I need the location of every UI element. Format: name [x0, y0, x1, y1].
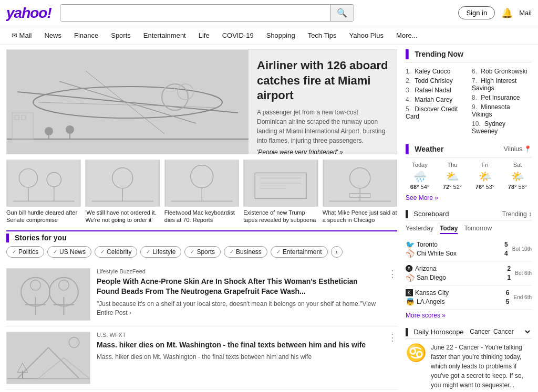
trend-item[interactable]: 2. Todd Chrisley: [406, 76, 465, 86]
weather-icon: 🌧️: [406, 170, 434, 183]
nav-entertainment[interactable]: Entertainment: [138, 28, 191, 43]
mail-header-link[interactable]: Mail: [519, 9, 532, 17]
nav-shopping[interactable]: Shopping: [261, 28, 301, 43]
news-card-text: Existence of new Trump tapes revealed by…: [243, 209, 318, 224]
news-card-text: Gun bill hurdle cleared after Senate com…: [6, 209, 81, 224]
trend-item[interactable]: 1. Kaley Cuoco: [406, 67, 465, 76]
team-score: 5: [506, 298, 510, 305]
trending-grid: 1. Kaley Cuoco 2. Todd Chrisley 3. Rafae…: [406, 67, 532, 136]
scoreboard-title: Scoreboard: [413, 210, 449, 218]
score-teams: 🅺 Kansas City 6 👼 LA Angels 5: [406, 288, 514, 306]
news-card-text: 'We still have not ordered it. We're not…: [85, 209, 160, 224]
stories-header: ▌ Stories for you: [6, 230, 397, 242]
team-name: Chi White Sox: [417, 250, 502, 257]
score-team: 🅺 Kansas City 6: [406, 289, 514, 297]
pill-celebrity[interactable]: ✓ Celebrity: [95, 246, 137, 258]
article-menu-icon[interactable]: ⋮: [388, 268, 397, 280]
news-card[interactable]: What Mike Pence just said at a speech in…: [323, 160, 397, 224]
game-status: Bot 10th: [512, 246, 532, 252]
score-game: 🐦 Toronto 5 ⚾ Chi White Sox 4 Bot 10th: [406, 237, 532, 261]
weather-temps: 78° 58°: [503, 184, 532, 190]
team-name: Toronto: [417, 241, 502, 248]
bell-icon[interactable]: 🔔: [501, 7, 513, 19]
section-bar-icon: ▌: [406, 210, 410, 218]
weather-day-fri: Fri 🌤️ 76° 53°: [471, 162, 499, 190]
trend-item[interactable]: 4. Mariah Carey: [406, 95, 465, 104]
pill-usnews[interactable]: ✓ US News: [47, 246, 91, 258]
article-title[interactable]: Mass. hiker dies on Mt. Washington - the…: [97, 340, 381, 351]
horoscope-sign-select[interactable]: Cancer Aries Taurus Gemini Leo Virgo Lib…: [491, 327, 532, 336]
nav-sports[interactable]: Sports: [106, 28, 136, 43]
news-card[interactable]: Existence of new Trump tapes revealed by…: [243, 160, 318, 224]
team-score: 4: [504, 250, 508, 257]
left-column: Airliner with 126 aboard catches fire at…: [6, 49, 397, 392]
trend-item[interactable]: 10. Sydney Sweeney: [472, 119, 532, 136]
article-menu-icon[interactable]: ⋮: [388, 332, 397, 343]
hero-title[interactable]: Airliner with 126 aboard catches fire at…: [257, 58, 388, 103]
location-pin-icon: 📍: [524, 145, 532, 153]
trend-item[interactable]: 5. Discover Credit Card: [406, 104, 465, 121]
score-tab-today[interactable]: Today: [440, 224, 458, 234]
scoreboard-trending[interactable]: Trending ↕: [502, 210, 532, 218]
trend-item[interactable]: 8. Pet Insurance: [472, 93, 532, 102]
weather-location-text: Vilnius: [504, 145, 522, 153]
trending-title: ▌ Trending Now: [406, 49, 532, 62]
news-card[interactable]: Fleetwood Mac keyboardist dies at 70: Re…: [164, 160, 239, 224]
team-name: Kansas City: [415, 289, 504, 296]
nav-mail[interactable]: ✉ Mail: [6, 28, 37, 43]
pill-entertainment[interactable]: ✓ Entertainment: [271, 246, 328, 258]
nav-tech[interactable]: Tech Tips: [303, 28, 342, 43]
score-tab-tomorrow[interactable]: Tomorrow: [464, 224, 492, 234]
weather-day-today: Today 🌧️ 68° 54°: [406, 162, 434, 190]
weather-see-more[interactable]: See More »: [406, 194, 532, 202]
article-item: U.S. WFXT Mass. hiker dies on Mt. Washin…: [6, 326, 397, 390]
nav-news[interactable]: News: [39, 28, 67, 43]
hero-link[interactable]: 'People were very frightened' »: [257, 149, 388, 154]
news-card-image: [6, 160, 81, 207]
score-team: 👼 LA Angels 5: [406, 298, 514, 306]
horoscope-section: ▌ Daily Horoscope Cancer Cancer Aries Ta…: [406, 327, 532, 390]
team-icon: ⚾: [406, 249, 415, 258]
pill-next-arrow[interactable]: ›: [331, 246, 343, 258]
pill-business[interactable]: ✓ Business: [224, 246, 267, 258]
weather-temps: 76° 53°: [471, 184, 499, 190]
trend-item[interactable]: 7. High Interest Savings: [472, 76, 532, 93]
article-thumbnail: [6, 268, 90, 321]
hero-story[interactable]: Airliner with 126 aboard catches fire at…: [6, 49, 397, 154]
nav-finance[interactable]: Finance: [69, 28, 104, 43]
pill-sports[interactable]: ✓ Sports: [184, 246, 221, 258]
search-button[interactable]: 🔍: [330, 5, 354, 21]
stories-icon: ▌: [6, 234, 12, 242]
scoreboard-section: ▌ Scoreboard Trending ↕ Yesterday Today …: [406, 210, 532, 319]
nav-more[interactable]: More...: [391, 28, 422, 43]
weather-header: ▌ Weather Vilnius 📍: [406, 144, 532, 157]
score-game: 🅐 Arizona 2 ⚾ San Diego 1 Bot 6th: [406, 261, 532, 285]
news-card[interactable]: 'We still have not ordered it. We're not…: [85, 160, 160, 224]
header: yahoo! 🔍 Sign in 🔔 Mail: [0, 0, 538, 26]
pill-politics[interactable]: ✓ Politics: [6, 246, 44, 258]
horoscope-emoji: ♋: [406, 343, 427, 390]
score-tab-yesterday[interactable]: Yesterday: [406, 224, 433, 234]
nav-covid[interactable]: COVID-19: [217, 28, 259, 43]
horoscope-body: ♋ June 22 - Cancer - You're talking fast…: [406, 343, 532, 390]
nav-yahooplus[interactable]: Yahoo Plus: [344, 28, 389, 43]
article-snippet: "Just because it's on a shelf at your lo…: [97, 300, 381, 317]
trend-item[interactable]: 9. Minnesota Vikings: [472, 102, 532, 119]
trend-item[interactable]: 6. Rob Gronkowski: [472, 67, 532, 76]
news-card-image: [164, 160, 239, 207]
article-title[interactable]: People With Acne-Prone Skin Are In Shock…: [97, 277, 381, 297]
nav-life[interactable]: Life: [193, 28, 215, 43]
news-card[interactable]: Gun bill hurdle cleared after Senate com…: [6, 160, 81, 224]
yahoo-logo[interactable]: yahoo!: [6, 5, 51, 22]
pill-lifestyle[interactable]: ✓ Lifestyle: [140, 246, 181, 258]
more-scores-link[interactable]: More scores »: [406, 312, 532, 319]
search-input[interactable]: [60, 5, 330, 21]
nav-bar: ✉ Mail News Finance Sports Entertainment…: [0, 26, 538, 45]
article-snippet: Mass. hiker dies on Mt. Washington - the…: [97, 353, 381, 362]
trend-item[interactable]: 3. Rafael Nadal: [406, 86, 465, 95]
weather-day-label: Sat: [503, 162, 532, 168]
score-team: 🅐 Arizona 2: [406, 264, 515, 273]
horoscope-sign-label: Cancer: [470, 328, 490, 335]
score-teams: 🐦 Toronto 5 ⚾ Chi White Sox 4: [406, 240, 512, 258]
sign-in-button[interactable]: Sign in: [458, 6, 495, 19]
